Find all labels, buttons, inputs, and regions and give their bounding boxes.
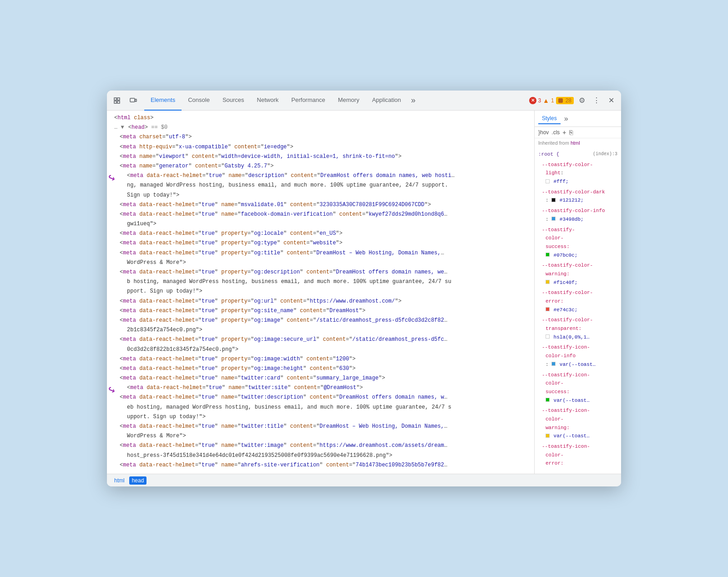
css-prop-toastify-success: --toastify- color- success: #07bc0c; (538, 225, 621, 261)
hov-button[interactable]: }hov (538, 129, 549, 136)
dom-line-twdesc[interactable]: <meta data-react-helmet="true" name="twi… (107, 393, 534, 402)
svg-rect-4 (130, 98, 135, 102)
dom-line-viewport[interactable]: <meta name="viewport" content="width=dev… (107, 152, 534, 162)
dom-line-ahrefs[interactable]: <meta data-react-helmet="true" name="ahr… (107, 461, 534, 470)
dom-line-head[interactable]: … ▼ <head> == $0 (107, 123, 534, 132)
color-swatch-icon-warning[interactable] (546, 434, 550, 438)
color-swatch-white[interactable] (546, 179, 550, 183)
css-prop-toastify-light: --toastify-color- light: #fff; (538, 160, 621, 187)
css-prop-toastify-dark: --toastify-color-dark : #121212; (538, 187, 621, 206)
styles-toolbar: }hov .cls + ⎘ (535, 127, 621, 138)
dom-line-twcard[interactable]: <meta data-react-helmet="true" name="twi… (107, 374, 534, 383)
dom-line-twtitle[interactable]: <meta data-react-helmet="true" name="twi… (107, 422, 534, 431)
info-icon (558, 98, 563, 103)
css-source: (index):3 (593, 150, 617, 158)
dom-line-twdesc-cont2: upport. Sign up today!"> (107, 412, 534, 422)
breadcrumb-html[interactable]: html (111, 476, 127, 485)
color-swatch-transparent[interactable] (546, 334, 550, 339)
css-prop-toastify-transparent: --toastify-color- transparent: hsla(0,0%… (538, 315, 621, 342)
css-prop-toastify-icon-error: --toastify-icon- color- error: (538, 441, 621, 469)
dom-line-ogtitle[interactable]: <meta data-react-helmet="true" property=… (107, 248, 534, 258)
tab-application[interactable]: Application (366, 91, 408, 111)
dom-line-msvalidate[interactable]: <meta data-react-helmet="true" name="msv… (107, 200, 534, 210)
dom-line-ogimage-cont: 2b1c8345f2a754ec0.png"> (107, 325, 534, 335)
dom-line-description-cont2: Sign up today!"> (107, 191, 534, 200)
dom-line-html[interactable]: <html class> (107, 113, 534, 123)
dom-line-ogdesc-cont2: pport. Sign up today!"> (107, 287, 534, 296)
tab-sources[interactable]: Sources (216, 91, 251, 111)
device-toolbar-icon[interactable] (127, 94, 140, 107)
dom-line-generator[interactable]: <meta name="generator" content="Gatsby 4… (107, 162, 534, 171)
cursor-icon[interactable] (111, 94, 123, 107)
settings-icon[interactable]: ⚙ (576, 94, 588, 107)
dom-line-twimage-cont: host_press-3f45d1518e341d4e64dc01e0f424d… (107, 451, 534, 461)
css-prop-toastify-icon-success: --toastify-icon- color- success: var(--t… (538, 370, 621, 406)
tab-console[interactable]: Console (182, 91, 216, 111)
dom-line-twtitle-cont: WordPress & More"> (107, 431, 534, 441)
svg-rect-3 (117, 101, 120, 103)
breadcrumb-head[interactable]: head (129, 476, 147, 485)
css-prop-toastify-info: --toastify-color-info : #3498db; (538, 206, 621, 224)
color-swatch-icon-success[interactable] (546, 398, 550, 402)
tab-network[interactable]: Network (251, 91, 285, 111)
dom-line-ogdesc[interactable]: <meta data-react-helmet="true" property=… (107, 268, 534, 277)
color-swatch-dark[interactable] (551, 198, 556, 202)
color-swatch-error[interactable] (546, 307, 550, 311)
dom-line-ogimage[interactable]: <meta data-react-helmet="true" property=… (107, 316, 534, 325)
svg-rect-1 (117, 98, 120, 100)
tab-memory[interactable]: Memory (332, 91, 366, 111)
close-icon[interactable]: ✕ (605, 94, 617, 107)
color-swatch-success[interactable] (546, 253, 550, 257)
copy-styles-button[interactable]: ⎘ (569, 129, 573, 136)
tab-bar-right: ✕ 3 ▲ 1 28 ⚙ ⋮ ✕ (529, 94, 617, 107)
bottom-bar: html head (107, 474, 621, 486)
main-area: <html class> … ▼ <head> == $0 <meta char… (107, 111, 621, 474)
more-options-icon[interactable]: ⋮ (590, 94, 603, 107)
css-selector: :root { (538, 152, 559, 157)
css-prop-toastify-warning: --toastify-color- warning: #f1c40f; (538, 260, 621, 288)
inherited-label: Inherited from html (535, 138, 621, 147)
tab-bar: Elements Console Sources Network Perform… (107, 91, 621, 111)
dom-line-ogwidth[interactable]: <meta data-react-helmet="true" property=… (107, 354, 534, 364)
dom-line-locale[interactable]: <meta data-react-helmet="true" property=… (107, 229, 534, 238)
color-swatch-warning[interactable] (546, 280, 550, 284)
color-swatch-icon-info[interactable] (551, 362, 556, 366)
color-swatch-info[interactable] (551, 217, 556, 221)
svg-rect-2 (114, 101, 116, 103)
tab-styles[interactable]: Styles (538, 113, 561, 124)
dom-line-ogsitename[interactable]: <meta data-react-helmet="true" property=… (107, 306, 534, 316)
tab-overflow[interactable]: » (407, 91, 419, 111)
styles-tabs: Styles » (535, 111, 621, 127)
dom-line-ogimagesecure-cont: 0cd3d2c8f822b1c8345f2a754ec0.png"> (107, 345, 534, 354)
info-badge: 28 (556, 97, 574, 104)
error-badge: ✕ 3 (529, 97, 541, 104)
dom-line-twsite[interactable]: ↩ <meta data-react-helmet="true" name="t… (107, 383, 534, 393)
css-prop-toastify-error: --toastify-color- error: #e74c3c; (538, 288, 621, 315)
dom-line-ogimagesecure[interactable]: <meta data-react-helmet="true" property=… (107, 335, 534, 344)
tab-performance[interactable]: Performance (285, 91, 331, 111)
dom-line-twdesc-cont1: eb hosting, managed WordPress hosting, b… (107, 403, 534, 412)
css-prop-toastify-icon-warning: --toastify-icon- color- warning: var(--t… (538, 405, 621, 441)
dom-line-ogheight[interactable]: <meta data-react-helmet="true" property=… (107, 364, 534, 374)
svg-rect-5 (135, 99, 136, 101)
error-circle: ✕ (529, 97, 536, 104)
styles-tab-overflow[interactable]: » (562, 113, 570, 125)
dom-line-facebook[interactable]: <meta data-react-helmet="true" name="fac… (107, 210, 534, 219)
tab-bar-icons (111, 94, 140, 107)
cls-button[interactable]: .cls (551, 129, 560, 136)
add-rule-button[interactable]: + (562, 129, 566, 136)
dom-line-twimage[interactable]: <meta data-react-helmet="true" name="twi… (107, 441, 534, 450)
dom-line-ogurl[interactable]: <meta data-react-helmet="true" property=… (107, 297, 534, 306)
dom-line-ogtitle-cont: WordPress & More"> (107, 258, 534, 268)
warning-triangle: ▲ (543, 97, 549, 104)
dom-line-description-cont: ng, managed WordPress hosting, business … (107, 181, 534, 190)
dom-line-charset[interactable]: <meta charset="utf-8"> (107, 132, 534, 142)
dom-line-ogtype[interactable]: <meta data-react-helmet="true" property=… (107, 238, 534, 248)
tab-elements[interactable]: Elements (144, 91, 182, 111)
styles-content: :root { (index):3 --toastify-color- ligh… (535, 147, 621, 474)
dom-line-xua[interactable]: <meta http-equiv="x-ua-compatible" conte… (107, 142, 534, 152)
dom-panel[interactable]: <html class> … ▼ <head> == $0 <meta char… (107, 111, 535, 474)
dom-line-ogdesc-cont1: b hosting, managed WordPress hosting, bu… (107, 277, 534, 287)
css-prop-toastify-icon-info: --toastify-icon- color-info : var(--toas… (538, 342, 621, 369)
dom-line-description[interactable]: ↩ <meta data-react-helmet="true" name="d… (107, 171, 534, 181)
